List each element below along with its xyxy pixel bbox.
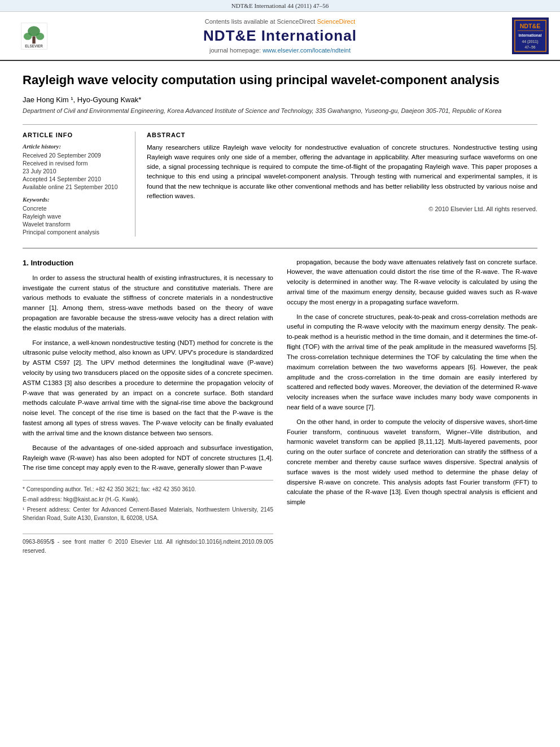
ndte-badge: NDT&E International 44 (2011) 47–56 [512, 18, 549, 54]
article-info: ARTICLE INFO Article history: Received 2… [23, 132, 135, 237]
section1-heading: 1. Introduction [23, 257, 273, 269]
body-p3: Because of the advantages of one-sided a… [23, 443, 273, 473]
keyword-4: Principal component analysis [23, 229, 126, 235]
elsevier-logo: ELSEVIER [11, 22, 56, 50]
journal-homepage-line: journal homepage: www.elsevier.com/locat… [62, 47, 498, 54]
bottom-bar: 0963-8695/$ - see front matter © 2010 El… [23, 534, 273, 555]
received-date: Received 20 September 2009 [23, 152, 126, 159]
journal-logo-right: NDT&E International 44 (2011) 47–56 [504, 18, 549, 54]
authors: Jae Hong Kim ¹, Hyo-Gyoung Kwak* [23, 95, 537, 104]
journal-homepage-link[interactable]: www.elsevier.com/locate/ndteint [262, 47, 351, 54]
footnotes: * Corresponding author. Tel.: +82 42 350… [23, 480, 273, 522]
elsevier-logo-left: ELSEVIER [11, 22, 56, 50]
article-info-heading: ARTICLE INFO [23, 132, 126, 138]
doi-line: doi:10.1016/j.ndteint.2010.09.005 [190, 538, 273, 555]
available-online-date: Available online 21 September 2010 [23, 184, 126, 190]
ndte-badge-icon: NDT&E International 44 (2011) 47–56 [513, 19, 548, 53]
journal-title: NDT&E International [62, 27, 498, 45]
paper-content: Rayleigh wave velocity computation using… [0, 61, 560, 572]
journal-header: ELSEVIER Contents lists available at Sci… [0, 12, 560, 61]
abstract-text: Many researchers utilize Rayleigh wave v… [147, 143, 537, 202]
footnote-presenter: ¹ Present address: Center for Advanced C… [23, 505, 273, 522]
accepted-date: Accepted 14 September 2010 [23, 176, 126, 182]
issn-line: 0963-8695/$ - see front matter © 2010 El… [23, 538, 190, 555]
science-direct-line: Contents lists available at ScienceDirec… [62, 18, 498, 25]
keyword-3: Wavelet transform [23, 221, 126, 228]
top-bar: NDT&E International 44 (2011) 47–56 [0, 0, 560, 12]
paper-title: Rayleigh wave velocity computation using… [23, 72, 537, 89]
body-col-right: propagation, because the body wave atten… [287, 257, 537, 556]
abstract-section: ABSTRACT Many researchers utilize Raylei… [147, 132, 537, 237]
svg-point-2 [23, 33, 32, 40]
footnote-email: E-mail address: hkg@kaist.ac.kr (H.-G. K… [23, 495, 273, 504]
svg-text:47–56: 47–56 [525, 45, 536, 49]
affiliation: Department of Civil and Environmental En… [23, 107, 537, 114]
body-right-p3: On the other hand, in order to compute t… [287, 417, 537, 508]
keywords-label: Keywords: [23, 196, 126, 203]
page: NDT&E International 44 (2011) 47–56 ELSE… [0, 0, 560, 747]
body-right-p2: In the case of concrete structures, peak… [287, 312, 537, 413]
body-two-col: 1. Introduction In order to assess the s… [23, 257, 537, 556]
svg-rect-4 [32, 36, 35, 43]
body-right-p1: propagation, because the body wave atten… [287, 257, 537, 308]
abstract-copyright: © 2010 Elsevier Ltd. All rights reserved… [147, 206, 537, 212]
revised-date: 23 July 2010 [23, 168, 126, 174]
revised-form-label: Received in revised form [23, 160, 126, 167]
keyword-2: Rayleigh wave [23, 213, 126, 220]
keyword-1: Concrete [23, 205, 126, 212]
svg-text:NDT&E: NDT&E [520, 23, 541, 29]
abstract-heading: ABSTRACT [147, 132, 537, 138]
article-info-abstract-section: ARTICLE INFO Article history: Received 2… [23, 124, 537, 237]
body-p1: In order to assess the structural health… [23, 273, 273, 334]
section-divider [23, 248, 537, 248]
svg-text:44 (2011): 44 (2011) [522, 40, 539, 44]
svg-text:ELSEVIER: ELSEVIER [25, 44, 43, 48]
svg-text:International: International [519, 33, 542, 37]
history-label: Article history: [23, 143, 126, 150]
footnote-corresponding: * Corresponding author. Tel.: +82 42 350… [23, 485, 273, 493]
science-direct-link[interactable]: ScienceDirect [317, 18, 355, 25]
journal-header-center: Contents lists available at ScienceDirec… [62, 18, 498, 54]
journal-citation: NDT&E International 44 (2011) 47–56 [231, 2, 329, 9]
body-p2: For instance, a well-known nondestructiv… [23, 338, 273, 439]
elsevier-tree-icon: ELSEVIER [19, 22, 50, 50]
body-col-left: 1. Introduction In order to assess the s… [23, 257, 273, 556]
svg-point-3 [36, 33, 44, 40]
